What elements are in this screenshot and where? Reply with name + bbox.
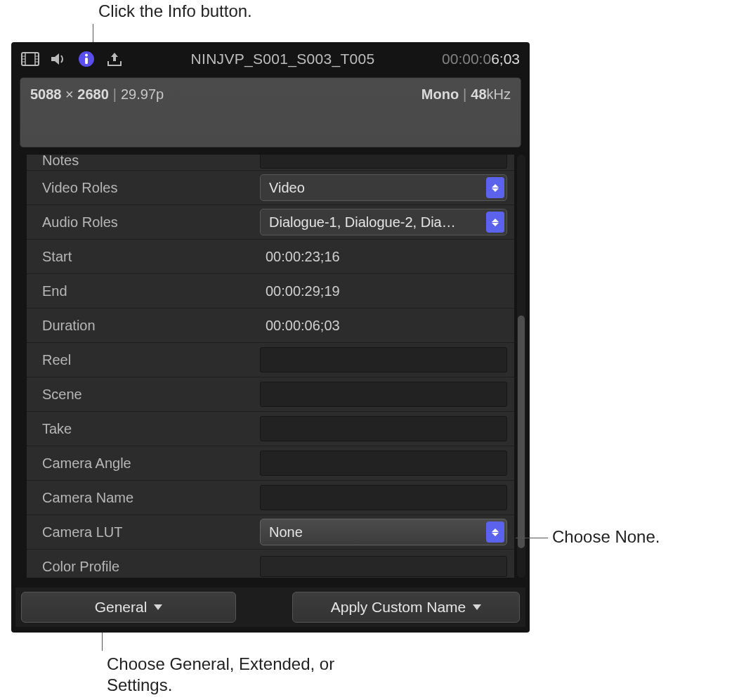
video-roles-value: Video — [269, 180, 305, 196]
svg-rect-11 — [85, 58, 88, 64]
metadata-scroll-region: Notes Video Roles Video Audio Roles Dial… — [27, 155, 514, 578]
duration-value: 00:00:06;03 — [260, 318, 340, 334]
label-camera-name: Camera Name — [42, 490, 260, 506]
clip-timecode: 00:00:06;03 — [442, 51, 520, 67]
chevron-down-icon — [473, 604, 481, 610]
chevron-updown-icon — [486, 212, 504, 233]
metadata-view-popup[interactable]: General — [21, 592, 236, 623]
chevron-down-icon — [154, 604, 162, 610]
clip-format-summary: 5088 × 2680|29.97p Mono|48kHz — [20, 77, 521, 148]
row-audio-roles: Audio Roles Dialogue-1, Dialogue-2, Dia… — [27, 205, 514, 239]
row-take: Take — [27, 411, 514, 446]
audio-format: Mono|48kHz — [421, 86, 511, 138]
chevron-updown-icon — [486, 521, 504, 543]
label-camera-angle: Camera Angle — [42, 455, 260, 472]
video-format: 5088 × 2680|29.97p — [30, 86, 164, 138]
timecode-tail: 6;03 — [491, 51, 520, 67]
row-notes: Notes — [27, 155, 514, 170]
camera-lut-popup[interactable]: None — [260, 519, 507, 545]
audio-roles-value: Dialogue-1, Dialogue-2, Dia… — [269, 214, 456, 231]
row-camera-angle: Camera Angle — [27, 446, 514, 480]
info-tab-icon[interactable] — [77, 51, 96, 67]
row-camera-name: Camera Name — [27, 480, 514, 514]
clip-title: NINJVP_S001_S003_T005 — [133, 51, 432, 67]
row-camera-lut: Camera LUT None — [27, 514, 514, 549]
svg-point-10 — [85, 54, 88, 57]
metadata-view-label: General — [95, 599, 148, 616]
video-roles-popup[interactable]: Video — [260, 174, 507, 201]
callout-choose-general: Choose General, Extended, or Settings. — [107, 654, 360, 696]
video-height: 2680 — [77, 86, 109, 102]
scrollbar-thumb[interactable] — [518, 316, 525, 548]
label-color-profile: Color Profile — [42, 559, 260, 575]
row-end: End 00:00:29;19 — [27, 273, 514, 308]
inspector-footer: General Apply Custom Name — [15, 588, 525, 627]
label-take: Take — [42, 421, 260, 437]
callout-line — [102, 633, 103, 651]
inspector-header: NINJVP_S001_S003_T005 00:00:06;03 — [15, 46, 525, 74]
callout-choose-none: Choose None. — [552, 527, 660, 547]
scrollbar[interactable] — [517, 155, 525, 578]
inspector-panel: NINJVP_S001_S003_T005 00:00:06;03 5088 ×… — [11, 42, 530, 633]
video-fps: 29.97p — [121, 86, 164, 102]
audio-channels: Mono — [421, 86, 459, 102]
label-video-roles: Video Roles — [42, 180, 260, 196]
row-color-profile: Color Profile — [27, 549, 514, 578]
share-tab-icon[interactable] — [105, 51, 124, 67]
camera-angle-input[interactable] — [260, 451, 507, 476]
audio-tab-icon[interactable] — [49, 51, 67, 67]
video-tab-icon[interactable] — [21, 51, 39, 67]
audio-roles-popup[interactable]: Dialogue-1, Dialogue-2, Dia… — [260, 209, 507, 235]
label-end: End — [42, 283, 260, 299]
row-start: Start 00:00:23;16 — [27, 239, 514, 273]
label-scene: Scene — [42, 387, 260, 403]
take-input[interactable] — [260, 416, 507, 441]
start-value: 00:00:23;16 — [260, 249, 340, 265]
label-reel: Reel — [42, 352, 260, 368]
notes-input[interactable] — [260, 155, 507, 169]
chevron-updown-icon — [486, 177, 504, 198]
scene-input[interactable] — [260, 382, 507, 407]
apply-custom-name-label: Apply Custom Name — [331, 599, 466, 616]
color-profile-input[interactable] — [260, 556, 507, 577]
camera-lut-value: None — [269, 524, 303, 540]
video-width: 5088 — [30, 86, 62, 102]
label-audio-roles: Audio Roles — [42, 214, 260, 231]
row-reel: Reel — [27, 342, 514, 377]
callout-line — [516, 538, 548, 538]
camera-name-input[interactable] — [260, 485, 507, 510]
apply-custom-name-popup[interactable]: Apply Custom Name — [292, 592, 520, 623]
reel-input[interactable] — [260, 347, 507, 372]
timecode-prefix: 00:00:0 — [442, 51, 491, 67]
row-duration: Duration 00:00:06;03 — [27, 308, 514, 342]
label-notes: Notes — [42, 155, 260, 169]
row-scene: Scene — [27, 377, 514, 411]
label-start: Start — [42, 249, 260, 265]
audio-unit: kHz — [487, 86, 511, 102]
label-camera-lut: Camera LUT — [42, 524, 260, 540]
row-video-roles: Video Roles Video — [27, 170, 514, 205]
callout-info-button: Click the Info button. — [98, 1, 252, 21]
audio-rate: 48 — [471, 86, 486, 102]
label-duration: Duration — [42, 318, 260, 334]
end-value: 00:00:29;19 — [260, 283, 340, 299]
